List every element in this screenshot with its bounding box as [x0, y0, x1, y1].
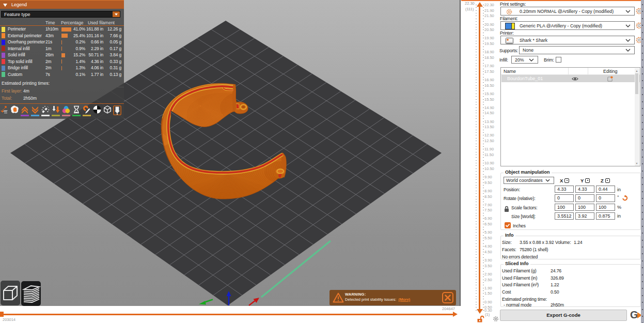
scale-y-field[interactable]: 100 [575, 204, 594, 211]
layer-slider-top-handle[interactable] [477, 2, 483, 7]
layer-tick [483, 141, 484, 141]
edge-strip-dot [642, 80, 643, 81]
toggle-retractions-colorbar [21, 115, 29, 117]
toggle-center-of-gravity-icon[interactable] [93, 105, 102, 114]
layer-tick-label: 3.90 [484, 258, 492, 263]
right-sidebar: 22.30 (111) 22.3021.9021.5020.9020.5019.… [461, 0, 644, 323]
layer-tick-label: 19.90 [484, 36, 494, 40]
feature-type-dropdown[interactable]: Feature type [1, 11, 120, 18]
toggle-deretractions-icon[interactable] [31, 105, 40, 114]
layer-slider[interactable]: 22.30 (111) 22.3021.9021.5020.9020.5019.… [461, 0, 497, 323]
move-slider-track[interactable] [1, 314, 453, 315]
layer-tick [476, 33, 477, 33]
layer-tick [483, 74, 484, 74]
editing-icon[interactable] [607, 76, 613, 82]
lock-open-icon[interactable] [477, 315, 484, 322]
toggle-tool-marker-icon[interactable] [113, 105, 122, 114]
layer-tick [476, 47, 477, 47]
object-row[interactable]: BourdonTube_01 [501, 75, 640, 82]
edge-strip-dot [642, 288, 643, 289]
layer-tick-label: 9.90 [484, 175, 492, 179]
toggle-custom-gcodes-icon[interactable] [83, 105, 91, 114]
layer-tick [476, 138, 477, 139]
rotate-x-field[interactable]: 0 [555, 194, 574, 202]
layer-tick-label: 1.50 [484, 291, 492, 296]
dropdown-arrow-button[interactable] [113, 11, 120, 17]
printer-dropdown[interactable]: Shark * Shark [500, 36, 635, 44]
sliced-label-3: Cost [502, 289, 511, 295]
position-x-field[interactable]: 4.33 [555, 186, 574, 193]
layer-tick [476, 27, 477, 27]
print-settings-dropdown[interactable]: 0.20mm NORMAL @Artillery - Copy (modifie… [500, 7, 635, 16]
coordinates-dropdown[interactable]: World coordinates [504, 177, 554, 184]
layer-tick-label: 17.90 [484, 64, 494, 68]
move-slider-left-handle[interactable] [0, 312, 4, 317]
toggle-shells-icon[interactable] [103, 105, 112, 114]
toggle-travel-icon[interactable] [0, 105, 9, 114]
toggle-seams-icon[interactable] [41, 105, 50, 114]
rotate-z-field[interactable]: 0 [596, 194, 615, 202]
size-x-field[interactable]: 3.5512 [555, 212, 574, 220]
object-list-scrollbar[interactable]: ▲ ▼ [635, 68, 639, 166]
layer-tick [476, 71, 477, 72]
reset-rotation-icon[interactable] [622, 195, 628, 201]
move-slider-right-arrow[interactable] [453, 312, 458, 317]
collapse-triangle-icon [3, 4, 7, 7]
layer-tick-label: 7.50 [484, 208, 492, 212]
scale-x-field[interactable]: 100 [555, 204, 574, 211]
inches-checkbox[interactable] [505, 222, 511, 228]
brim-checkbox[interactable] [556, 57, 561, 63]
scale-lock-icon[interactable] [504, 206, 509, 212]
legend-view-toggles [0, 105, 124, 117]
layer-slider-bottom-handle[interactable] [477, 309, 483, 314]
toggle-wipe-icon[interactable] [10, 105, 19, 114]
infill-label: Infill: [499, 57, 508, 63]
infill-dropdown[interactable]: 20% [511, 56, 538, 64]
toggle-seams-colorbar [41, 115, 50, 117]
legend-titlebar[interactable]: Legend [0, 0, 124, 9]
toggle-retractions-icon[interactable] [21, 105, 29, 114]
object-list-header: Name Editing [501, 68, 640, 75]
toggle-color-changes-icon[interactable] [62, 105, 71, 114]
export-gcode-button[interactable]: Export G-code [500, 310, 627, 321]
layer-tick [483, 218, 484, 219]
eye-icon[interactable] [572, 76, 578, 81]
edge-strip-dot [642, 149, 643, 150]
chevron-down-icon [625, 49, 631, 52]
layer-tick-label: 6.90 [484, 216, 492, 221]
position-y-field[interactable]: 4.33 [575, 186, 594, 193]
rotate-y-field[interactable]: 0 [575, 194, 594, 202]
edge-strip-dot [642, 205, 643, 206]
position-z-field[interactable]: 0.44 [596, 186, 615, 193]
layer-slider-current-layer: (111) [465, 7, 474, 11]
sliced-info-title: Sliced Info [504, 261, 530, 266]
size-z-field[interactable]: 0.875 [596, 212, 615, 220]
scale-z-field[interactable]: 100 [596, 204, 615, 211]
layer-tick [483, 124, 484, 125]
layer-tick [483, 210, 484, 210]
warning-close-button[interactable] [442, 292, 453, 303]
edge-strip-dot [642, 295, 643, 296]
editor-view-button[interactable] [1, 281, 20, 305]
size-y-field[interactable]: 3.92 [575, 212, 594, 220]
axis-x-icon [564, 178, 569, 183]
layer-tick [483, 179, 484, 180]
layer-slider-track[interactable] [479, 6, 480, 309]
rotate-label: Rotate (relative): [504, 196, 535, 201]
preview-view-button[interactable] [21, 281, 41, 306]
layer-tick [476, 69, 477, 69]
toggle-pause-prints-icon[interactable] [72, 105, 81, 114]
feature-color-swatch [2, 59, 5, 64]
layer-tick [476, 29, 477, 30]
layer-tick-label: 7.90 [484, 203, 492, 207]
layer-tick-label: 11.50 [484, 152, 494, 157]
legend-row-perimeter: Perimeter1h10m41.0%161.88 in12.26 g [0, 26, 124, 33]
filament-dropdown[interactable]: Generic PLA @Artillery - Copy (modified) [500, 21, 635, 30]
layer-tick [483, 49, 484, 50]
supports-dropdown[interactable]: None [519, 46, 635, 54]
layer-tick [483, 10, 484, 11]
layer-tick [483, 185, 484, 186]
toggle-tool-changes-icon[interactable] [52, 105, 60, 114]
layer-tick-label: 0.90 [484, 300, 492, 304]
warning-more-link[interactable]: (More) [398, 297, 410, 302]
